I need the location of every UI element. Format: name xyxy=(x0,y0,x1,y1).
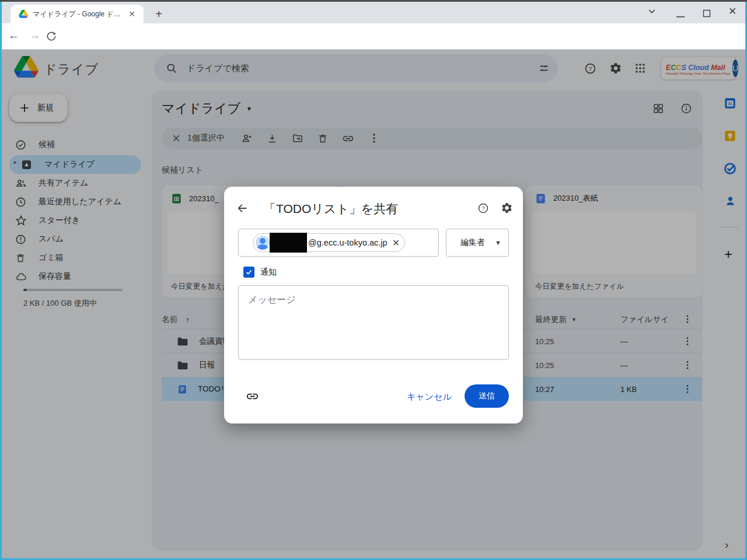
cancel-button[interactable]: キャンセル xyxy=(407,391,452,402)
tab-search-icon[interactable] xyxy=(645,4,658,18)
svg-text:?: ? xyxy=(481,205,484,211)
tab-close-icon[interactable]: ✕ xyxy=(128,9,135,19)
role-label: 編集者 xyxy=(460,237,485,248)
drive-favicon xyxy=(19,10,28,18)
window-maximize-button[interactable] xyxy=(702,6,711,20)
window-close-button[interactable]: ✕ xyxy=(728,5,736,19)
back-button[interactable]: ← xyxy=(8,29,19,42)
chip-remove-icon[interactable]: ✕ xyxy=(392,237,400,249)
tab-strip: マイドライブ - Google ドライブ ✕ + ✕ xyxy=(0,2,747,23)
dialog-title: 「TODOリスト」を共有 xyxy=(264,201,398,217)
send-button[interactable]: 送信 xyxy=(465,384,509,408)
recipient-avatar-icon xyxy=(256,236,270,250)
dialog-settings-icon[interactable] xyxy=(501,202,513,214)
role-selector[interactable]: 編集者 ▼ xyxy=(446,229,509,257)
notify-label: 通知 xyxy=(260,267,277,278)
new-tab-button[interactable]: + xyxy=(151,6,167,23)
recipient-email-domain: @g.ecc.u-tokyo.ac.jp xyxy=(308,238,388,247)
reload-button[interactable] xyxy=(46,30,57,42)
redacted-name xyxy=(270,233,307,253)
window-minimize-button[interactable] xyxy=(675,10,686,24)
role-dropdown-icon: ▼ xyxy=(495,239,501,246)
recipient-chip[interactable]: @g.ecc.u-tokyo.ac.jp ✕ xyxy=(253,233,405,252)
copy-link-icon[interactable] xyxy=(246,390,259,403)
browser-tab[interactable]: マイドライブ - Google ドライブ ✕ xyxy=(11,5,144,23)
dialog-back-icon[interactable] xyxy=(236,202,249,215)
tab-title: マイドライブ - Google ドライブ xyxy=(33,9,125,19)
recipient-input[interactable]: @g.ecc.u-tokyo.ac.jp ✕ xyxy=(238,229,439,257)
browser-toolbar: ← → drive.google.com/drive/my-drive U xyxy=(0,23,747,50)
capture-border-left xyxy=(0,2,2,560)
notify-checkbox[interactable] xyxy=(243,267,254,278)
forward-button[interactable]: → xyxy=(29,29,40,42)
dialog-help-icon[interactable]: ? xyxy=(477,202,489,214)
share-dialog: 「TODOリスト」を共有 ? @g.ecc.u-tokyo.ac.jp ✕ 編集… xyxy=(224,187,523,424)
message-textarea[interactable] xyxy=(238,285,509,360)
